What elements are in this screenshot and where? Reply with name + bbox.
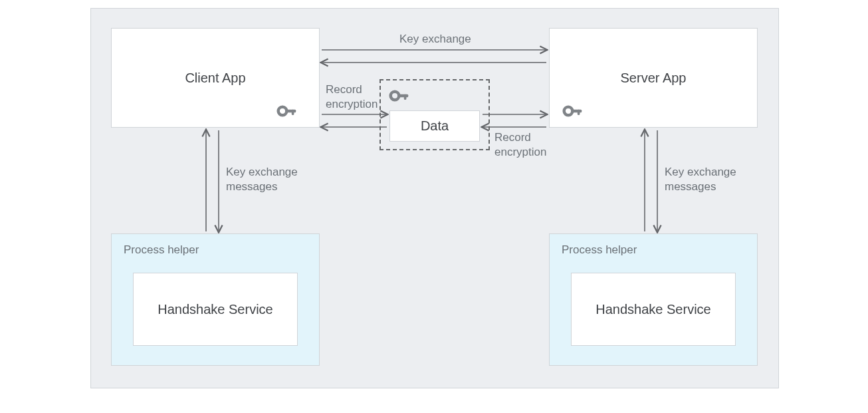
process-helper-label: Process helper bbox=[124, 243, 199, 257]
server-app-label: Server App bbox=[621, 70, 687, 86]
handshake-service-label: Handshake Service bbox=[158, 302, 272, 317]
handshake-service-box: Handshake Service bbox=[133, 273, 298, 346]
record-encryption-label-left: Record encryption bbox=[326, 82, 379, 112]
svg-rect-15 bbox=[578, 110, 580, 115]
handshake-service-label: Handshake Service bbox=[596, 302, 710, 317]
process-helper-label: Process helper bbox=[562, 243, 637, 257]
data-box: Data bbox=[389, 110, 480, 142]
key-icon bbox=[387, 84, 411, 108]
client-app-label: Client App bbox=[185, 70, 245, 86]
svg-rect-18 bbox=[404, 94, 407, 100]
svg-point-13 bbox=[564, 107, 573, 116]
key-icon bbox=[274, 99, 298, 123]
process-helper-right: Process helper Handshake Service bbox=[549, 233, 758, 366]
record-encryption-label-right: Record encryption bbox=[494, 130, 548, 160]
architecture-diagram: Client App Server App Data Process helpe… bbox=[0, 0, 868, 413]
key-exchange-messages-label-left: Key exchange messages bbox=[226, 165, 299, 194]
process-helper-left: Process helper Handshake Service bbox=[111, 233, 320, 366]
key-icon bbox=[560, 99, 584, 123]
handshake-service-box: Handshake Service bbox=[571, 273, 736, 346]
svg-rect-14 bbox=[572, 110, 582, 113]
data-label: Data bbox=[421, 118, 449, 134]
svg-rect-12 bbox=[292, 110, 294, 115]
svg-point-16 bbox=[391, 92, 399, 100]
svg-rect-11 bbox=[286, 110, 296, 113]
key-exchange-label: Key exchange bbox=[399, 32, 471, 47]
svg-point-10 bbox=[278, 107, 287, 116]
svg-rect-17 bbox=[398, 94, 408, 98]
key-exchange-messages-label-right: Key exchange messages bbox=[665, 165, 738, 194]
